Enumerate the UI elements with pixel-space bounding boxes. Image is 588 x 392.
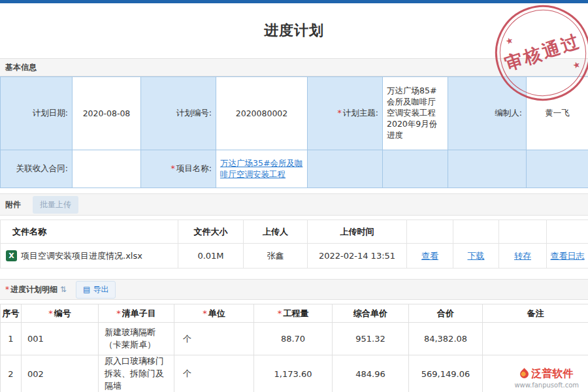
plan-no-label-cell: 计划编号: xyxy=(141,77,216,150)
file-name-cell: X 项目空调安装项目进度情况.xlsx xyxy=(1,244,178,269)
cell-unit: 个 xyxy=(174,323,254,355)
required-mark: * xyxy=(5,285,9,294)
attachment-row: X 项目空调安装项目进度情况.xlsx 0.01M 张鑫 2022-02-14 … xyxy=(1,244,588,269)
file-uploader: 张鑫 xyxy=(244,244,308,269)
required-mark: * xyxy=(116,308,121,318)
col-seq: 序号 xyxy=(1,304,22,323)
cell-total: 84,382.08 xyxy=(409,323,483,355)
required-mark: * xyxy=(338,108,342,118)
basic-info-section-title: 基本信息 xyxy=(5,62,37,73)
view-link[interactable]: 查看 xyxy=(421,251,438,261)
col-unit: *单位 xyxy=(174,304,254,323)
plan-date-value: 2020-08-08 xyxy=(73,77,141,150)
cell-seq: 2 xyxy=(1,355,22,392)
file-upload-time: 2022-02-14 13:51 xyxy=(308,244,407,269)
attachments-section-title: 附件 xyxy=(5,199,21,210)
excel-file-icon: X xyxy=(6,250,17,261)
col-total-label: 合价 xyxy=(437,308,454,318)
plan-no-label: 计划编号: xyxy=(176,108,212,118)
sort-icon[interactable]: ⇅ xyxy=(60,285,67,294)
col-remark: 备注 xyxy=(483,304,588,323)
col-code: *编号 xyxy=(22,304,99,323)
cell-item: 原入口玻璃移门拆装、拆除门及隔墙 xyxy=(99,355,174,392)
plan-date-label-cell: 计划日期: xyxy=(1,77,73,150)
attachments-header-row: 文件名称 文件大小 上传人 上传时间 xyxy=(1,220,588,244)
attachments-section-header: 附件 批量上传 xyxy=(0,193,588,216)
view-log-link[interactable]: 查看日志 xyxy=(551,251,585,261)
contract-label: 关联收入合同: xyxy=(16,163,68,173)
col-actions xyxy=(453,220,499,244)
col-remark-label: 备注 xyxy=(527,308,544,318)
col-qty-label: 工程量 xyxy=(283,308,308,318)
cell-unit: 个 xyxy=(174,355,254,392)
vendor-name: 泛普软件 xyxy=(531,367,573,381)
page-title: 进度计划 xyxy=(264,21,324,41)
save-as-link[interactable]: 转存 xyxy=(514,251,531,261)
table-row: 1 001 新建玻璃隔断（卡莱斯卓） 个 88.70 951.32 84,382… xyxy=(1,323,588,355)
download-link[interactable]: 下载 xyxy=(468,251,485,261)
empty-cell xyxy=(308,150,383,188)
col-qty: *工程量 xyxy=(254,304,333,323)
basic-info-section-header: 基本信息 xyxy=(0,58,588,76)
author-label-cell: 编制人: xyxy=(448,77,527,150)
subject-value: 万达广场85#会所及咖啡厅空调安装工程2020年9月份进度 xyxy=(383,77,448,150)
contract-value xyxy=(73,150,141,188)
cell-remark xyxy=(483,323,588,355)
vendor-url: www.fanpusoft.com xyxy=(514,382,579,389)
file-action-cell: 转存 xyxy=(499,244,547,269)
col-actions xyxy=(407,220,453,244)
detail-section-title: 进度计划明细 xyxy=(10,284,57,295)
empty-cell xyxy=(448,150,527,188)
cell-price: 951.32 xyxy=(333,323,409,355)
batch-upload-button[interactable]: 批量上传 xyxy=(33,196,78,214)
export-icon: ▤ xyxy=(83,285,90,294)
col-seq-label: 序号 xyxy=(3,308,20,318)
subject-label-cell: *计划主题: xyxy=(308,77,383,150)
file-action-cell: 查看日志 xyxy=(547,244,588,269)
contract-label-cell: 关联收入合同: xyxy=(1,150,73,188)
required-mark: * xyxy=(48,308,53,318)
spacer xyxy=(0,188,588,193)
cell-qty: 1,173.60 xyxy=(254,355,333,392)
author-label: 编制人: xyxy=(495,108,522,118)
plan-date-label: 计划日期: xyxy=(33,108,68,118)
cell-item: 新建玻璃隔断（卡莱斯卓） xyxy=(99,323,174,355)
cell-seq: 1 xyxy=(1,323,22,355)
project-value-cell: 万达广场35#会所及咖啡厅空调安装工程 xyxy=(216,150,308,188)
progress-plan-page: 进度计划 ★ ★ 审核通过 基本信息 计划日期: 2020-08-08 计划编号… xyxy=(0,0,588,392)
spacer xyxy=(0,269,588,279)
empty-cell xyxy=(383,150,448,188)
detail-table: 序号 *编号 *清单子目 *单位 *工程量 综合单价 合价 备注 1 001 新… xyxy=(0,304,588,392)
cell-code: 001 xyxy=(22,323,99,355)
col-actions xyxy=(499,220,547,244)
export-button[interactable]: ▤ 导出 xyxy=(76,281,116,299)
export-label: 导出 xyxy=(93,284,108,295)
file-action-cell: 下载 xyxy=(453,244,499,269)
col-total: 合价 xyxy=(409,304,483,323)
cell-qty: 88.70 xyxy=(254,323,333,355)
col-file-name: 文件名称 xyxy=(1,220,178,244)
detail-header-row: 序号 *编号 *清单子目 *单位 *工程量 综合单价 合价 备注 xyxy=(1,304,588,323)
author-value: 黄一飞 xyxy=(527,77,588,150)
required-mark: * xyxy=(203,308,207,318)
col-uploader: 上传人 xyxy=(244,220,308,244)
required-mark: * xyxy=(171,163,175,173)
required-mark: * xyxy=(278,308,282,318)
file-size: 0.01M xyxy=(178,244,244,269)
col-actions xyxy=(547,220,588,244)
col-price-label: 综合单价 xyxy=(353,308,387,318)
flame-icon xyxy=(518,368,530,380)
col-code-label: 编号 xyxy=(54,308,71,318)
project-label: 项目名称: xyxy=(176,163,212,173)
file-action-cell: 查看 xyxy=(407,244,453,269)
col-price: 综合单价 xyxy=(333,304,409,323)
cell-code: 002 xyxy=(22,355,99,392)
table-row: 2 002 原入口玻璃移门拆装、拆除门及隔墙 个 1,173.60 484.96… xyxy=(1,355,588,392)
col-item: *清单子目 xyxy=(99,304,174,323)
col-unit-label: 单位 xyxy=(208,308,225,318)
empty-cell xyxy=(527,150,588,188)
subject-label: 计划主题: xyxy=(343,108,378,118)
detail-section-header: * 进度计划明细 ⇅ ▤ 导出 xyxy=(0,279,588,300)
project-label-cell: *项目名称: xyxy=(141,150,216,188)
project-link[interactable]: 万达广场35#会所及咖啡厅空调安装工程 xyxy=(220,158,302,179)
